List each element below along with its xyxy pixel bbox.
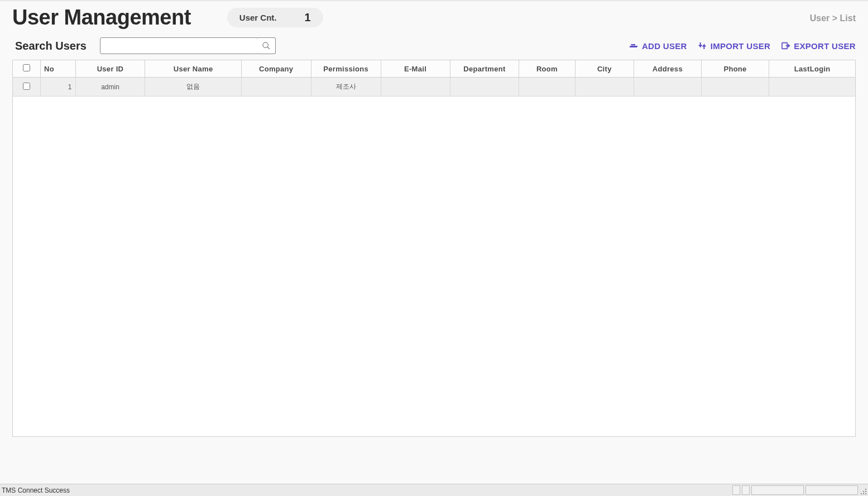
cell-permissions: 제조사 <box>311 78 381 97</box>
search-icon <box>262 41 271 50</box>
cell-user-id: admin <box>75 78 145 97</box>
header-company[interactable]: Company <box>241 60 311 78</box>
cell-company <box>241 78 311 97</box>
page-title: User Management <box>12 6 191 30</box>
import-user-label: IMPORT USER <box>711 41 770 51</box>
cell-address <box>634 78 702 97</box>
svg-rect-8 <box>863 493 864 494</box>
header-phone[interactable]: Phone <box>701 60 769 78</box>
svg-rect-9 <box>861 493 862 494</box>
status-panels <box>732 485 868 495</box>
cell-phone <box>701 78 769 97</box>
export-user-label: EXPORT USER <box>794 41 856 51</box>
row-checkbox[interactable] <box>23 83 30 90</box>
svg-rect-6 <box>863 491 864 492</box>
row-checkbox-cell <box>13 78 41 97</box>
search-label: Search Users <box>15 40 87 52</box>
status-panel <box>805 485 858 495</box>
header-checkbox-cell <box>13 60 41 78</box>
cell-email <box>381 78 450 97</box>
add-user-label: ADD USER <box>642 41 687 51</box>
header-department[interactable]: Department <box>450 60 519 78</box>
svg-rect-5 <box>865 491 866 492</box>
cell-last-login <box>769 78 855 97</box>
import-user-button[interactable]: IMPORT USER <box>697 41 770 51</box>
header-user-id[interactable]: User ID <box>75 60 145 78</box>
status-text: TMS Connect Success <box>2 487 732 494</box>
cell-room <box>519 78 575 97</box>
breadcrumb: User > List <box>810 13 856 23</box>
svg-rect-4 <box>865 489 866 490</box>
select-all-checkbox[interactable] <box>23 64 30 71</box>
svg-line-1 <box>267 47 270 49</box>
import-icon <box>697 41 707 50</box>
header-no[interactable]: No <box>41 60 75 78</box>
table-row[interactable]: 1 admin 없음 제조사 <box>13 78 855 97</box>
svg-rect-2 <box>631 44 635 45</box>
search-input[interactable] <box>100 37 258 54</box>
export-user-button[interactable]: EXPORT USER <box>780 41 856 51</box>
header-user-name[interactable]: User Name <box>145 60 241 78</box>
export-icon <box>780 41 790 50</box>
header-city[interactable]: City <box>575 60 634 78</box>
resize-grip-icon[interactable] <box>860 488 867 495</box>
header-room[interactable]: Room <box>519 60 575 78</box>
header-address[interactable]: Address <box>634 60 702 78</box>
header-permissions[interactable]: Permissions <box>311 60 381 78</box>
cell-city <box>575 78 634 97</box>
header-email[interactable]: E-Mail <box>381 60 450 78</box>
user-table: No User ID User Name Company Permissions… <box>13 60 855 97</box>
svg-rect-7 <box>865 493 866 494</box>
status-panel <box>732 485 740 495</box>
header-last-login[interactable]: LastLogin <box>769 60 855 78</box>
search-button[interactable] <box>257 37 276 54</box>
add-user-button[interactable]: ADD USER <box>629 41 687 51</box>
user-count-badge: User Cnt. 1 <box>227 8 323 27</box>
user-count-label: User Cnt. <box>239 13 277 22</box>
status-panel <box>751 485 804 495</box>
user-count-value: 1 <box>305 11 311 24</box>
status-bar: TMS Connect Success <box>0 484 868 496</box>
svg-point-0 <box>263 42 268 47</box>
user-table-wrapper: No User ID User Name Company Permissions… <box>12 60 856 437</box>
cell-department <box>450 78 519 97</box>
add-user-icon <box>629 41 639 50</box>
status-panel <box>742 485 750 495</box>
cell-no: 1 <box>41 78 75 97</box>
cell-user-name: 없음 <box>145 78 241 97</box>
